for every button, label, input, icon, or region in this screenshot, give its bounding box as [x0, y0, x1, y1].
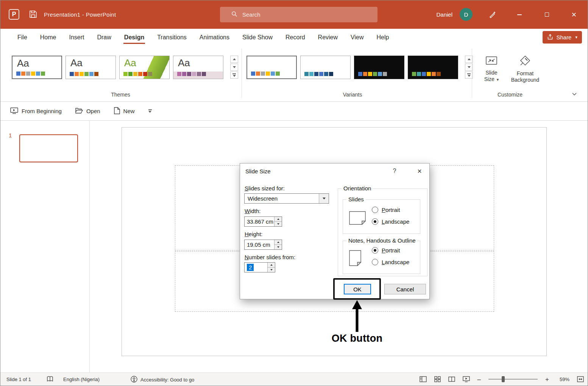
slide-sorter-view-button[interactable]	[434, 376, 441, 382]
width-spin-down-button[interactable]	[275, 222, 282, 226]
height-spin-up-button[interactable]	[275, 240, 282, 245]
variant-thumbnail-4[interactable]	[408, 56, 458, 79]
slide-count-status: Slide 1 of 1	[6, 377, 31, 382]
theme-sample-text: Aa	[17, 58, 29, 69]
quick-access-toolbar: From Beginning Open New	[0, 102, 588, 121]
tab-slide-show[interactable]: Slide Show	[236, 29, 279, 46]
zoom-slider[interactable]	[488, 376, 538, 382]
notes-portrait-radio[interactable]: Portrait	[372, 247, 400, 254]
slides-sized-for-label: Slides sized for:	[245, 185, 285, 191]
open-label: Open	[86, 108, 100, 114]
number-slides-from-label: Number slides from:	[245, 254, 295, 260]
new-document-icon	[114, 107, 120, 115]
tab-review[interactable]: Review	[312, 29, 344, 46]
combo-dropdown-arrow-icon[interactable]	[319, 194, 329, 203]
themes-more-button[interactable]	[230, 72, 238, 79]
tab-help[interactable]: Help	[370, 29, 395, 46]
variant-thumbnail-3[interactable]	[354, 56, 404, 79]
ok-button[interactable]: OK	[344, 284, 371, 294]
number-spin-down-button[interactable]	[268, 268, 275, 272]
designer-icon[interactable]	[488, 10, 497, 20]
slides-landscape-radio[interactable]: Landscape	[372, 218, 409, 225]
notes-orientation-group: Notes, Handouts & Outline Portrait Land	[343, 241, 420, 274]
zoom-in-button[interactable]: +	[545, 376, 549, 383]
slide-1-thumbnail[interactable]	[19, 134, 78, 162]
tab-record[interactable]: Record	[279, 29, 312, 46]
slides-portrait-radio[interactable]: Portrait	[372, 207, 400, 213]
height-spin-down-button[interactable]	[275, 245, 282, 249]
theme-thumbnail-1[interactable]: Aa	[12, 56, 62, 79]
search-input[interactable]: Search	[220, 7, 377, 22]
themes-section-label: Themes	[12, 92, 229, 98]
tab-file[interactable]: File	[11, 29, 34, 46]
radio-unchecked-icon	[372, 207, 378, 213]
save-icon[interactable]	[29, 10, 37, 20]
zoom-out-button[interactable]: –	[477, 376, 481, 383]
theme-thumbnail-4[interactable]: Aa	[173, 56, 223, 79]
close-button[interactable]: ×	[560, 0, 588, 29]
tab-design[interactable]: Design	[118, 29, 151, 46]
themes-scroll-up-button[interactable]	[230, 56, 238, 63]
powerpoint-logo-icon: P	[9, 9, 19, 20]
zoom-slider-handle[interactable]	[502, 376, 505, 382]
powerpoint-window: P Presentation1 - PowerPoint Search Dani…	[0, 0, 588, 386]
slide-size-button[interactable]: Slide Size ▾	[480, 55, 502, 83]
tab-draw[interactable]: Draw	[90, 29, 117, 46]
tab-animations[interactable]: Animations	[193, 29, 236, 46]
width-label: Width:	[245, 208, 261, 214]
slideshow-view-button[interactable]	[463, 376, 470, 382]
share-label: Share	[556, 34, 571, 40]
slide-number: 1	[9, 132, 12, 139]
maximize-button[interactable]	[533, 0, 560, 29]
width-input[interactable]: 33.867 cm	[244, 216, 282, 227]
zoom-level[interactable]: 59%	[557, 377, 569, 382]
theme-thumbnail-2[interactable]: Aa	[66, 56, 116, 79]
tab-insert[interactable]: Insert	[62, 29, 90, 46]
quick-access-overflow-button[interactable]	[148, 109, 152, 113]
accessibility-text: Accessibility: Good to go	[140, 377, 194, 383]
avatar[interactable]: D	[460, 8, 473, 21]
radio-checked-icon	[372, 218, 378, 225]
proofing-icon[interactable]	[47, 376, 53, 384]
notes-landscape-radio[interactable]: Landscape	[372, 259, 409, 265]
open-button[interactable]: Open	[75, 107, 100, 115]
search-placeholder: Search	[242, 11, 260, 18]
reading-view-button[interactable]	[448, 376, 455, 382]
width-spin-up-button[interactable]	[275, 217, 282, 222]
from-beginning-button[interactable]: From Beginning	[10, 107, 62, 115]
slides-sized-for-select[interactable]: Widescreen	[244, 193, 329, 204]
dialog-help-button[interactable]: ?	[393, 168, 396, 174]
themes-scroll-down-button[interactable]	[230, 64, 238, 71]
height-input[interactable]: 19.05 cm	[244, 240, 282, 250]
fit-slide-to-window-button[interactable]	[577, 376, 584, 382]
customize-section-label: Customize	[476, 92, 544, 98]
tab-home[interactable]: Home	[34, 29, 63, 46]
minimize-button[interactable]	[506, 0, 533, 29]
variants-section-label: Variants	[246, 92, 459, 98]
theme-thumbnail-3[interactable]: Aa	[119, 56, 170, 79]
theme-sample-text: Aa	[178, 57, 190, 69]
collapse-ribbon-chevron-icon[interactable]	[572, 90, 577, 97]
titlebar: P Presentation1 - PowerPoint Search Dani…	[0, 0, 588, 29]
share-button[interactable]: Share ▾	[543, 31, 582, 44]
cancel-button[interactable]: Cancel	[384, 284, 426, 294]
variant-thumbnail-1[interactable]	[246, 56, 297, 79]
ribbon-tab-bar: File Home Insert Draw Design Transitions…	[0, 29, 588, 46]
theme-color-strip	[16, 72, 45, 76]
variant-thumbnail-2[interactable]	[300, 56, 351, 79]
language-status[interactable]: English (Nigeria)	[63, 377, 100, 382]
number-slides-from-input[interactable]: 2	[244, 262, 275, 272]
workspace: 1 Slide Size ? × Slides sized for: Wides…	[0, 121, 588, 372]
slide-size-label: Slide Size	[484, 70, 498, 82]
accessibility-status[interactable]: Accessibility: Good to go	[131, 376, 194, 384]
dialog-close-button[interactable]: ×	[417, 167, 422, 175]
from-beginning-icon	[10, 107, 18, 115]
number-spin-up-button[interactable]	[268, 263, 275, 268]
tab-transitions[interactable]: Transitions	[151, 29, 193, 46]
landscape-page-icon	[349, 211, 366, 226]
tab-view[interactable]: View	[344, 29, 370, 46]
annotation-label: OK button	[315, 333, 399, 344]
new-button[interactable]: New	[114, 107, 135, 115]
normal-view-button[interactable]	[420, 376, 427, 382]
format-background-button[interactable]: Format Background	[507, 55, 543, 84]
